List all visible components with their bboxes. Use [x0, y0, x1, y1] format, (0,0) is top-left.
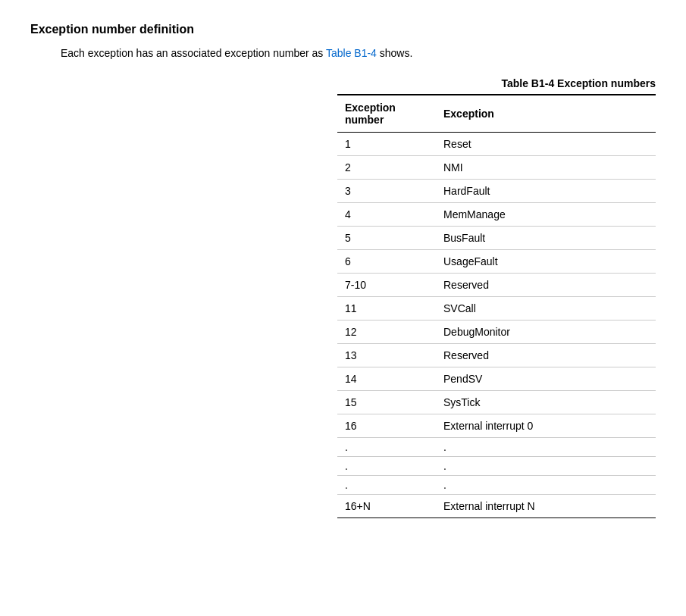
col-header-number: Exception number	[337, 95, 436, 133]
cell-number: 1	[337, 133, 436, 156]
table-caption: Table B1-4 Exception numbers	[337, 77, 656, 89]
cell-exception: External interrupt 0	[436, 414, 656, 438]
table-row: 13Reserved	[337, 344, 656, 367]
cell-number: 16+N	[337, 495, 436, 518]
cell-exception: Reserved	[436, 344, 656, 367]
cell-exception: External interrupt N	[436, 495, 656, 518]
cell-exception: .	[436, 438, 656, 457]
col-header-exception: Exception	[436, 95, 656, 133]
table-row: 14PendSV	[337, 367, 656, 391]
cell-exception: MemManage	[436, 203, 656, 227]
table-row: 15SysTick	[337, 391, 656, 414]
table-row: ..	[337, 457, 656, 476]
cell-exception: .	[436, 476, 656, 495]
cell-number: 16	[337, 414, 436, 438]
table-row: 1Reset	[337, 133, 656, 156]
cell-exception: SysTick	[436, 391, 656, 414]
page-section: Exception number definition Each excepti…	[30, 23, 656, 518]
cell-number: 7-10	[337, 274, 436, 297]
table-row: 5BusFault	[337, 227, 656, 250]
table-header-row: Exception number Exception	[337, 95, 656, 133]
cell-number: 3	[337, 180, 436, 203]
cell-number: .	[337, 476, 436, 495]
cell-exception: BusFault	[436, 227, 656, 250]
table-row: ..	[337, 476, 656, 495]
cell-exception: HardFault	[436, 180, 656, 203]
cell-number: 14	[337, 367, 436, 391]
cell-exception: Reserved	[436, 274, 656, 297]
cell-exception: .	[436, 457, 656, 476]
cell-number: 15	[337, 391, 436, 414]
exception-table: Exception number Exception 1Reset2NMI3Ha…	[337, 94, 656, 518]
cell-number: 11	[337, 297, 436, 321]
table-row: 11SVCall	[337, 297, 656, 321]
table-row: 6UsageFault	[337, 250, 656, 274]
table-row: 4MemManage	[337, 203, 656, 227]
intro-suffix: shows.	[377, 47, 412, 59]
cell-exception: PendSV	[436, 367, 656, 391]
table-row: 12DebugMonitor	[337, 321, 656, 344]
table-link[interactable]: Table B1-4	[326, 47, 377, 59]
cell-number: 6	[337, 250, 436, 274]
cell-exception: Reset	[436, 133, 656, 156]
table-row: 3HardFault	[337, 180, 656, 203]
table-row: ..	[337, 438, 656, 457]
cell-number: .	[337, 438, 436, 457]
cell-exception: UsageFault	[436, 250, 656, 274]
cell-number: .	[337, 457, 436, 476]
section-intro: Each exception has an associated excepti…	[61, 47, 656, 59]
table-container: Table B1-4 Exception numbers Exception n…	[337, 77, 656, 518]
cell-exception: DebugMonitor	[436, 321, 656, 344]
cell-exception: SVCall	[436, 297, 656, 321]
intro-text: Each exception has an associated excepti…	[61, 47, 326, 59]
cell-number: 2	[337, 156, 436, 180]
cell-number: 5	[337, 227, 436, 250]
table-row: 16+NExternal interrupt N	[337, 495, 656, 518]
cell-number: 12	[337, 321, 436, 344]
table-row: 2NMI	[337, 156, 656, 180]
cell-number: 4	[337, 203, 436, 227]
cell-exception: NMI	[436, 156, 656, 180]
section-heading: Exception number definition	[30, 23, 656, 36]
table-row: 7-10Reserved	[337, 274, 656, 297]
table-row: 16External interrupt 0	[337, 414, 656, 438]
cell-number: 13	[337, 344, 436, 367]
